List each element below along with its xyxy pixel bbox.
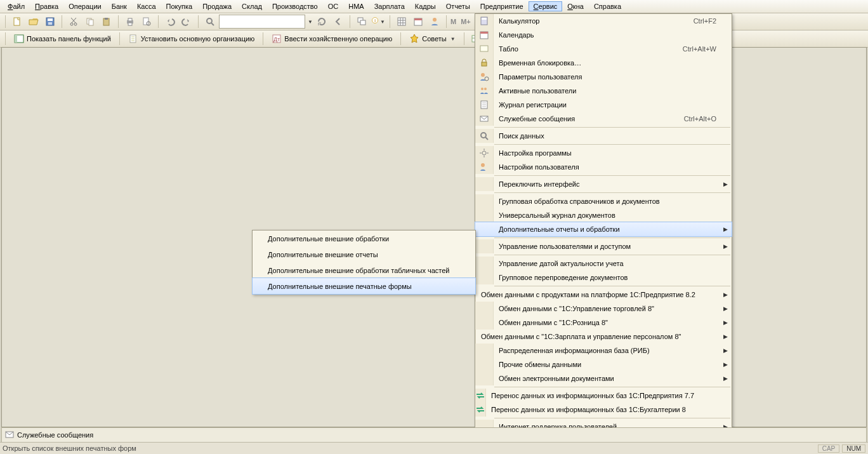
search-input[interactable]: [219, 15, 305, 29]
service-menu-item[interactable]: ТаблоCtrl+Alt+W: [475, 42, 732, 56]
service-menu-item[interactable]: Прочие обмены данными▶: [475, 357, 732, 371]
new-button[interactable]: [10, 14, 25, 29]
service-menu-item[interactable]: Переключить интерфейс▶: [475, 177, 732, 191]
menu-service[interactable]: Сервис: [529, 1, 563, 11]
search-icon: [475, 129, 494, 143]
messages-icon: [4, 430, 15, 440]
tips-button[interactable]: Советы ▼: [405, 31, 459, 46]
svg-point-40: [481, 73, 485, 77]
set-main-org-button[interactable]: Установить основную организацию: [124, 31, 260, 46]
menu-item-label: Дополнительные внешние обработки: [265, 235, 470, 243]
back-button[interactable]: [331, 14, 346, 29]
blank-icon: [475, 177, 494, 191]
service-menu-item[interactable]: Групповая обработка справочников и докум…: [475, 194, 732, 208]
status-text: Открыть список внешних печатных форм: [3, 444, 136, 452]
memory-mp[interactable]: М+: [461, 18, 471, 25]
service-menu-item[interactable]: Универсальный журнал документов: [475, 208, 732, 222]
service-menu-item[interactable]: Активные пользователи: [475, 84, 732, 98]
windows-button[interactable]: [354, 14, 369, 29]
menu-reports[interactable]: Отчеты: [441, 1, 475, 11]
service-menu-item[interactable]: Групповое перепроведение документов: [475, 270, 732, 284]
menu-personnel[interactable]: Кадры: [410, 1, 441, 11]
menu-nma[interactable]: НМА: [343, 1, 369, 11]
menu-salary[interactable]: Зарплата: [369, 1, 410, 11]
info-button[interactable]: i▼: [371, 14, 386, 29]
submenu-item[interactable]: Дополнительные внешние печатные формы: [253, 278, 475, 294]
menu-item-label: Временная блокировка…: [494, 59, 732, 67]
service-menu-item[interactable]: Управление пользователями и доступом▶: [475, 239, 732, 253]
menu-cash[interactable]: Касса: [132, 1, 161, 11]
submenu-item[interactable]: Дополнительные внешние обработки табличн…: [253, 262, 475, 278]
service-menu-item[interactable]: Служебные сообщенияCtrl+Alt+O: [475, 112, 732, 126]
service-menu-item[interactable]: Обмен данными с "1С:Розница 8"▶: [475, 316, 732, 330]
show-functions-button[interactable]: Показать панель функций: [10, 31, 115, 46]
service-menu: КалькуляторCtrl+F2КалендарьТаблоCtrl+Alt…: [475, 13, 732, 451]
blank-icon: [475, 316, 494, 330]
service-menu-item[interactable]: Обмен данными с продуктами на платформе …: [475, 288, 732, 302]
menu-warehouse[interactable]: Склад: [237, 1, 267, 11]
print-preview-icon: [141, 17, 152, 27]
print-button[interactable]: [122, 14, 138, 29]
service-menu-item[interactable]: Распределенная информационная база (РИБ)…: [475, 344, 732, 357]
open-button[interactable]: [26, 14, 41, 29]
service-menu-item[interactable]: Управление датой актуальности учета: [475, 257, 732, 270]
menu-item-label: Универсальный журнал документов: [494, 211, 732, 219]
calendar-icon: [475, 28, 494, 42]
menu-os[interactable]: ОС: [323, 1, 344, 11]
menu-item-label: Обмен данными с "1С:Управление торговлей…: [494, 305, 732, 312]
service-menu-item[interactable]: Журнал регистрации: [475, 98, 732, 112]
memory-m[interactable]: М: [450, 18, 456, 25]
menu-enterprise[interactable]: Предприятие: [475, 1, 529, 11]
paste-icon: [102, 17, 112, 27]
find-button[interactable]: [202, 14, 218, 29]
cut-button[interactable]: [66, 14, 81, 29]
print-preview-button[interactable]: [139, 14, 154, 29]
calendar-tb-button[interactable]: [411, 14, 426, 29]
blank-icon: [475, 357, 494, 371]
menu-operations[interactable]: Операции: [63, 1, 106, 11]
svg-point-41: [485, 77, 489, 81]
service-menu-item[interactable]: Параметры пользователя: [475, 70, 732, 84]
service-menu-item[interactable]: Поиск данных: [475, 129, 732, 143]
service-menu-item[interactable]: Перенос данных из информационных баз 1С:…: [475, 389, 732, 403]
service-menu-item[interactable]: Дополнительные отчеты и обработки▶: [475, 222, 732, 236]
submenu-arrow-icon: ▶: [723, 319, 728, 326]
menu-windows[interactable]: Окна: [562, 1, 589, 11]
service-menu-item[interactable]: Обмен данными с "1С:Управление торговлей…: [475, 302, 732, 316]
menu-bank[interactable]: Банк: [107, 1, 132, 11]
service-menu-item[interactable]: КалькуляторCtrl+F2: [475, 14, 732, 28]
service-menu-item[interactable]: Обмен электронными документами▶: [475, 371, 732, 385]
menu-item-label: Управление датой актуальности учета: [494, 260, 732, 267]
svg-rect-25: [15, 35, 17, 43]
copy-button[interactable]: [82, 14, 98, 29]
messages-bar[interactable]: Служебные сообщения: [1, 427, 867, 443]
service-menu-item[interactable]: Календарь: [475, 28, 732, 42]
svg-point-5: [74, 23, 77, 25]
menubar: Файл Правка Операции Банк Касса Покупка …: [0, 0, 868, 13]
service-menu-item[interactable]: Временная блокировка…: [475, 56, 732, 70]
submenu-item[interactable]: Дополнительные внешние отчеты: [253, 246, 475, 262]
service-menu-item[interactable]: Обмен данными с "1С:Зарплата и управлени…: [475, 330, 732, 344]
save-button[interactable]: [43, 14, 58, 29]
menu-sale[interactable]: Продажа: [197, 1, 237, 11]
menu-production[interactable]: Производство: [267, 1, 323, 11]
redo-button[interactable]: [179, 14, 194, 29]
service-menu-item[interactable]: Настройка программы: [475, 146, 732, 160]
menu-item-label: Перенос данных из информационных баз 1С:…: [486, 406, 737, 413]
service-menu-item[interactable]: Настройки пользователя: [475, 160, 732, 174]
menu-shortcut: Ctrl+F2: [694, 17, 716, 25]
user-tb-button[interactable]: [427, 14, 442, 29]
undo-button[interactable]: [162, 14, 178, 29]
enter-operation-button[interactable]: Дт Ввести хозяйственную операцию: [267, 31, 397, 46]
menu-edit[interactable]: Правка: [30, 1, 63, 11]
grid-button[interactable]: [394, 14, 409, 29]
service-menu-item[interactable]: Перенос данных из информационных баз 1С:…: [475, 403, 732, 417]
paste-button[interactable]: [99, 14, 114, 29]
menu-help[interactable]: Справка: [589, 1, 626, 11]
submenu-item[interactable]: Дополнительные внешние обработки: [253, 230, 475, 246]
search-dropdown[interactable]: ▼: [308, 19, 313, 25]
menu-file[interactable]: Файл: [3, 1, 30, 11]
blank-icon: [475, 208, 494, 222]
menu-purchase[interactable]: Покупка: [161, 1, 198, 11]
refresh-button[interactable]: [314, 14, 329, 29]
